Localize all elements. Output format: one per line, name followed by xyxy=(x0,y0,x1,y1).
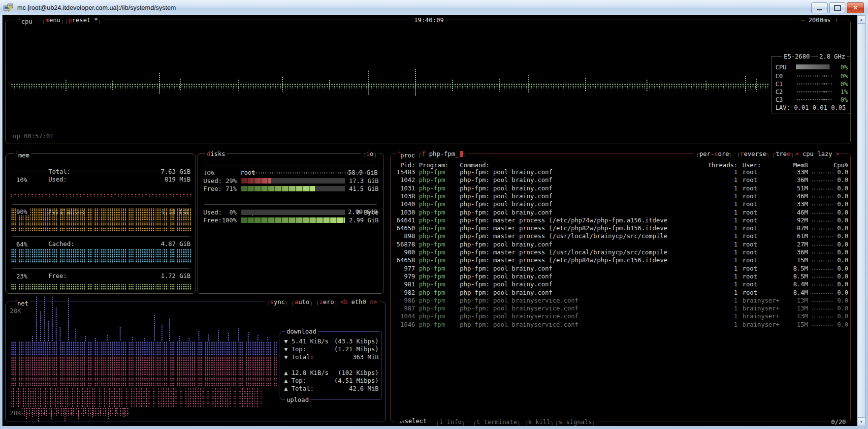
sort-selector[interactable]: < cpu lazy > xyxy=(794,150,841,157)
cpu-graph-spike xyxy=(112,80,114,91)
col-command[interactable]: Command: xyxy=(460,161,489,169)
disk-root-used-bar xyxy=(241,178,345,184)
clock: 19:40:09 xyxy=(413,16,445,24)
iface-name: eth0 xyxy=(352,298,366,306)
proc-row[interactable]: 987php-fpmphp-fpm: pool brainyservice.co… xyxy=(391,305,850,312)
tab-reverse[interactable]: reverse xyxy=(735,150,772,157)
proc-row[interactable]: 64658php-fpmphp-fpm: master process (/et… xyxy=(391,256,850,264)
proc-cell-threads: 1 xyxy=(706,248,738,256)
titlebar[interactable]: mc [root@ub24.itdeveloper.com.ua]:/lib/s… xyxy=(0,0,868,15)
proc-row[interactable]: 977php-fpmphp-fpm: pool brainy.conf1root… xyxy=(391,265,850,272)
proc-cell-threads: 1 xyxy=(706,184,738,192)
proc-row[interactable]: 64650php-fpmphp-fpm: master process (/et… xyxy=(391,224,850,232)
tab-auto[interactable]: auto xyxy=(289,298,315,306)
mem-available-pct: 90% xyxy=(16,208,30,215)
iface-prev-button[interactable]: <b xyxy=(340,298,348,306)
proc-row[interactable]: 1031php-fpmphp-fpm: pool brainy.conf1roo… xyxy=(391,184,850,192)
proc-row[interactable]: 56878php-fpmphp-fpm: pool brainy.conf1ro… xyxy=(391,241,850,248)
minimize-icon xyxy=(817,9,822,10)
disks-box: disks io root58.9 GiB IO% Used: 29% 17.3… xyxy=(197,153,384,294)
tab-zero[interactable]: zero xyxy=(314,298,339,306)
proc-row[interactable]: 64641php-fpmphp-fpm: master process (/et… xyxy=(391,216,850,224)
proc-row[interactable]: 15483php-fpmphp-fpm: pool brainy.conf1ro… xyxy=(391,168,850,176)
tab-net[interactable]: ³net xyxy=(13,298,30,307)
proc-row[interactable]: 1038php-fpmphp-fpm: pool brainy.conf1roo… xyxy=(391,192,850,200)
col-mem[interactable]: MemB xyxy=(780,161,808,169)
tab-preset[interactable]: preset * xyxy=(63,16,103,24)
mem-free-row: Free:1.72 GiB xyxy=(11,265,191,272)
proc-cell-pid: 982 xyxy=(394,289,415,296)
scrollbar[interactable]: ▲ ▼ xyxy=(857,15,866,426)
proc-cell-mem: 15M xyxy=(780,321,808,328)
net-download-spike xyxy=(55,307,57,341)
tab-tree[interactable]: tree xyxy=(771,150,796,157)
proc-mem-graph xyxy=(811,269,833,270)
iface-next-button[interactable]: n> xyxy=(370,298,377,306)
proc-row[interactable]: 979php-fpmphp-fpm: pool brainy.conf1root… xyxy=(391,273,850,280)
tab-proc[interactable]: ⁴proc xyxy=(396,150,417,159)
proc-row[interactable]: 1030php-fpmphp-fpm: pool brainy.conf1roo… xyxy=(391,209,850,216)
proc-row[interactable]: 982php-fpmphp-fpm: pool brainy.conf1root… xyxy=(391,289,850,296)
filter-input[interactable]: f php-fpm_ xyxy=(417,150,468,157)
proc-cell-threads: 1 xyxy=(706,232,738,240)
tab-per-core[interactable]: per-core xyxy=(694,150,734,157)
minimize-button[interactable] xyxy=(811,2,828,13)
net-upload-spike xyxy=(123,407,125,417)
col-pid[interactable]: Pid: xyxy=(394,161,415,169)
net-download-spike xyxy=(85,336,87,341)
tab-sync[interactable]: sync xyxy=(265,298,290,306)
proc-mem-graph xyxy=(811,301,833,302)
footer-signals[interactable]: s signals xyxy=(553,418,597,426)
close-icon: ✕ xyxy=(853,4,858,11)
scroll-up-button[interactable]: ▲ xyxy=(857,15,866,24)
btop-terminal[interactable]: ¹cpu menu preset * 19:40:09 - 2000ms + E… xyxy=(2,15,857,426)
interval-plus-button[interactable]: + xyxy=(835,16,838,24)
tab-disks[interactable]: disks xyxy=(205,150,227,157)
close-button[interactable]: ✕ xyxy=(847,2,864,13)
col-cpu[interactable]: Cpu% xyxy=(820,161,848,169)
proc-cell-command: php-fpm: pool brainy.conf xyxy=(460,280,704,288)
proc-cell-user: brainyser+ xyxy=(742,321,782,328)
proc-row[interactable]: 1046php-fpmphp-fpm: pool brainyservice.c… xyxy=(391,321,850,328)
scroll-down-button[interactable]: ▼ xyxy=(857,418,866,426)
proc-cell-user: root xyxy=(742,256,782,264)
proc-row[interactable]: 1042php-fpmphp-fpm: pool brainy.conf1roo… xyxy=(391,176,850,184)
cpu-info-row: C30% xyxy=(775,96,848,103)
scrollbar-thumb[interactable] xyxy=(857,24,866,418)
proc-cell-command: php-fpm: pool brainy.conf xyxy=(460,200,704,208)
tab-mem[interactable]: ²mem xyxy=(14,150,31,159)
interval-minus-button[interactable]: - xyxy=(801,16,805,24)
proc-cell-pid: 64641 xyxy=(394,216,415,224)
proc-cell-user: root xyxy=(742,184,782,192)
interface-switcher[interactable]: <b eth0 n> xyxy=(339,298,379,306)
proc-row[interactable]: 1040php-fpmphp-fpm: pool brainy.conf1roo… xyxy=(391,200,850,208)
footer-terminate[interactable]: t terminate xyxy=(471,418,522,426)
proc-cell-user: root xyxy=(742,192,782,200)
proc-cell-program: php-fpm xyxy=(419,200,458,208)
footer-info[interactable]: i info xyxy=(434,418,467,426)
proc-cell-user: root xyxy=(742,209,782,216)
proc-row[interactable]: 981php-fpmphp-fpm: pool brainy.conf1root… xyxy=(391,280,850,288)
proc-row[interactable]: 900php-fpmphp-fpm: master process (/usr/… xyxy=(391,248,850,256)
tab-io[interactable]: io xyxy=(361,150,379,157)
col-program[interactable]: Program: xyxy=(419,161,449,169)
col-user[interactable]: User: xyxy=(742,161,761,169)
disk-root-free-label: Free: 71% xyxy=(203,185,237,192)
footer-kill[interactable]: k kill xyxy=(523,418,555,426)
proc-cell-mem: 92M xyxy=(780,216,808,224)
footer-select[interactable]: ▲▼select xyxy=(398,417,428,426)
proc-cell-pid: 56878 xyxy=(394,241,415,248)
tab-cpu[interactable]: ¹cpu xyxy=(17,16,34,25)
proc-row[interactable]: 898php-fpmphp-fpm: master process (/usr/… xyxy=(391,232,850,240)
proc-row[interactable]: 1044php-fpmphp-fpm: pool brainyservice.c… xyxy=(391,312,850,320)
proc-cell-program: php-fpm xyxy=(419,297,458,304)
cpu-frequency: 2.8 GHz xyxy=(818,53,847,60)
proc-cell-threads: 1 xyxy=(706,224,738,232)
maximize-button[interactable] xyxy=(829,2,845,13)
col-threads[interactable]: Threads: xyxy=(706,161,738,169)
proc-mem-graph xyxy=(811,236,833,238)
tab-menu[interactable]: menu xyxy=(40,16,65,24)
sort-next-icon[interactable]: > xyxy=(836,150,840,157)
proc-row[interactable]: 986php-fpmphp-fpm: pool brainyservice.co… xyxy=(391,297,850,304)
sort-prev-icon[interactable]: < xyxy=(795,150,799,157)
